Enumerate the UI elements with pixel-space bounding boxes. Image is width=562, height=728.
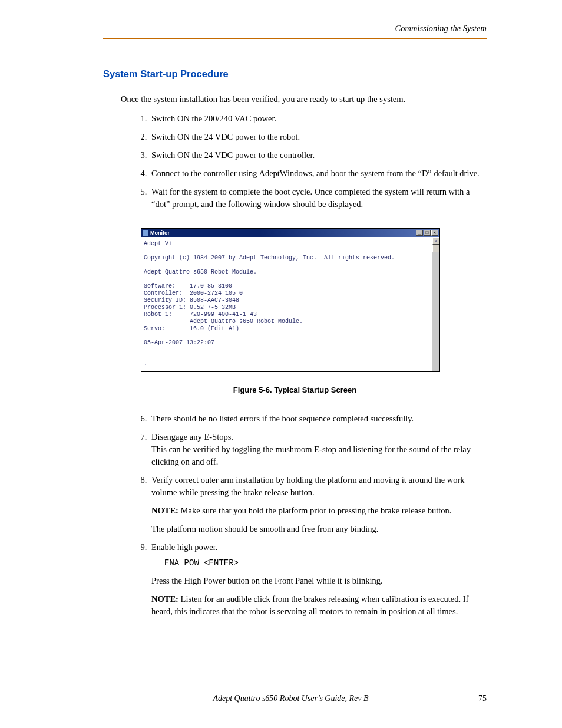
step-7-line2: This can be verified by toggling the mus… (151, 444, 471, 466)
step-8-note: Make sure that you hold the platform pri… (178, 506, 451, 515)
step-7: Disengage any E-Stops. This can be verif… (149, 431, 487, 468)
command-text: ENA POW <ENTER> (164, 557, 487, 569)
page-footer: Adept Quattro s650 Robot User’s Guide, R… (103, 693, 487, 704)
step-5: Wait for the system to complete the boot… (149, 186, 487, 210)
maximize-icon[interactable]: □ (424, 230, 431, 236)
step-8-para: Verify correct outer arm installation by… (151, 475, 465, 497)
monitor-titlebar: Monitor _ □ × (141, 229, 439, 237)
intro-paragraph: Once the system installation has been ve… (121, 93, 487, 106)
step-8-followup: The platform motion should be smooth and… (151, 523, 487, 535)
step-1: Switch ON the 200/240 VAC power. (149, 113, 487, 125)
note-label-2: NOTE: (151, 594, 178, 604)
step-3: Switch ON the 24 VDC power to the contro… (149, 149, 487, 162)
minimize-icon[interactable]: _ (416, 230, 423, 236)
step-4: Connect to the controller using AdeptWin… (149, 167, 487, 180)
step-6: There should be no listed errors if the … (149, 413, 487, 425)
monitor-terminal: Adept V+ Copyright (c) 1984-2007 by Adep… (141, 237, 432, 371)
header-rule (103, 38, 487, 39)
running-head: Commissioning the System (103, 22, 487, 35)
monitor-screenshot: Monitor _ □ × Adept V+ Copyright (c) 198… (141, 228, 440, 372)
figure-caption: Figure 5-6. Typical Startup Screen (103, 385, 487, 396)
step-9: Enable high power. ENA POW <ENTER> Press… (149, 541, 487, 618)
page-number: 75 (478, 693, 487, 704)
note-label: NOTE: (151, 506, 178, 515)
step-8: Verify correct outer arm installation by… (149, 474, 487, 535)
procedure-steps: Switch ON the 200/240 VAC power. Switch … (149, 113, 487, 210)
procedure-steps-continued: There should be no listed errors if the … (149, 413, 487, 618)
step-9-press: Press the High Power button on the Front… (151, 575, 487, 587)
scroll-thumb[interactable] (432, 245, 439, 252)
close-icon[interactable]: × (431, 230, 438, 236)
step-9-line1: Enable high power. (151, 542, 217, 552)
step-7-line1: Disengage any E-Stops. (151, 432, 233, 442)
monitor-title: Monitor (150, 230, 170, 236)
step-9-note: Listen for an audible click from the bra… (151, 594, 468, 616)
scrollbar[interactable]: ▴ (432, 237, 439, 371)
scroll-up-icon[interactable]: ▴ (432, 237, 439, 245)
section-heading: System Start-up Procedure (103, 67, 487, 81)
footer-book-title: Adept Quattro s650 Robot User’s Guide, R… (213, 693, 368, 704)
app-icon (143, 230, 148, 236)
step-2: Switch ON the 24 VDC power to the robot. (149, 131, 487, 143)
